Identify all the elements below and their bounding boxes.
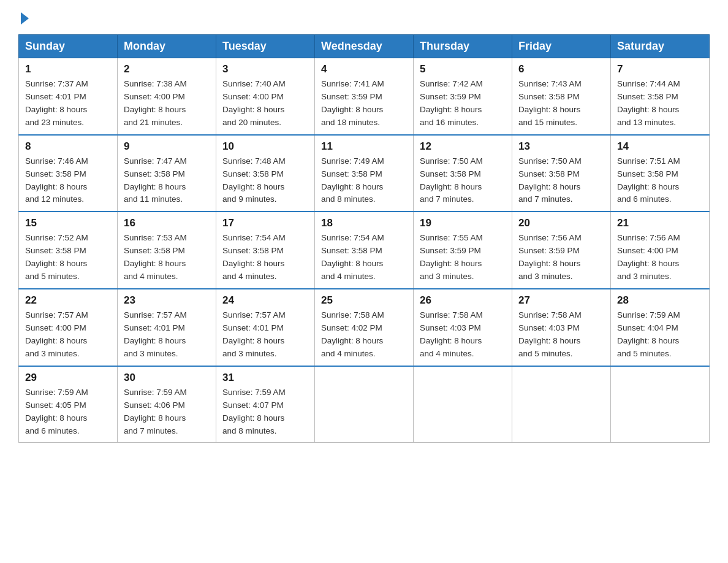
- page-header: [18, 12, 710, 22]
- day-info: Sunrise: 7:38 AMSunset: 4:00 PMDaylight:…: [124, 78, 210, 129]
- day-info: Sunrise: 7:46 AMSunset: 3:58 PMDaylight:…: [25, 155, 111, 207]
- day-info: Sunrise: 7:40 AMSunset: 4:00 PMDaylight:…: [222, 78, 308, 129]
- calendar-cell: 8Sunrise: 7:46 AMSunset: 3:58 PMDaylight…: [19, 135, 118, 212]
- day-number: 19: [420, 217, 506, 229]
- day-number: 23: [124, 294, 210, 307]
- logo-arrow-icon: [21, 12, 29, 25]
- day-info: Sunrise: 7:54 AMSunset: 3:58 PMDaylight:…: [321, 232, 407, 283]
- day-number: 22: [25, 294, 111, 307]
- day-info: Sunrise: 7:56 AMSunset: 4:00 PMDaylight:…: [617, 232, 703, 283]
- day-number: 7: [617, 63, 703, 75]
- calendar-table: SundayMondayTuesdayWednesdayThursdayFrid…: [18, 34, 710, 443]
- calendar-week-row: 29Sunrise: 7:59 AMSunset: 4:05 PMDayligh…: [19, 366, 710, 443]
- day-number: 6: [518, 63, 604, 75]
- calendar-cell: 4Sunrise: 7:41 AMSunset: 3:59 PMDaylight…: [315, 58, 414, 135]
- calendar-cell: [315, 366, 414, 443]
- calendar-day-header: Thursday: [414, 35, 512, 58]
- calendar-cell: 30Sunrise: 7:59 AMSunset: 4:06 PMDayligh…: [118, 366, 216, 443]
- day-number: 9: [124, 140, 210, 153]
- day-info: Sunrise: 7:47 AMSunset: 3:58 PMDaylight:…: [124, 155, 210, 207]
- day-number: 3: [222, 63, 308, 75]
- calendar-cell: 26Sunrise: 7:58 AMSunset: 4:03 PMDayligh…: [414, 289, 512, 366]
- calendar-cell: 22Sunrise: 7:57 AMSunset: 4:00 PMDayligh…: [19, 289, 118, 366]
- calendar-cell: 24Sunrise: 7:57 AMSunset: 4:01 PMDayligh…: [216, 289, 315, 366]
- day-info: Sunrise: 7:59 AMSunset: 4:05 PMDaylight:…: [25, 386, 111, 438]
- calendar-cell: 17Sunrise: 7:54 AMSunset: 3:58 PMDayligh…: [216, 212, 315, 289]
- logo: [18, 12, 29, 22]
- day-number: 12: [420, 140, 506, 153]
- calendar-cell: 15Sunrise: 7:52 AMSunset: 3:58 PMDayligh…: [19, 212, 118, 289]
- day-number: 13: [518, 140, 604, 153]
- calendar-cell: 9Sunrise: 7:47 AMSunset: 3:58 PMDaylight…: [118, 135, 216, 212]
- day-info: Sunrise: 7:52 AMSunset: 3:58 PMDaylight:…: [25, 232, 111, 283]
- day-number: 11: [321, 140, 407, 153]
- calendar-cell: 27Sunrise: 7:58 AMSunset: 4:03 PMDayligh…: [512, 289, 611, 366]
- day-info: Sunrise: 7:59 AMSunset: 4:06 PMDaylight:…: [124, 386, 210, 438]
- day-info: Sunrise: 7:59 AMSunset: 4:04 PMDaylight:…: [617, 309, 703, 361]
- calendar-cell: [611, 366, 710, 443]
- calendar-day-header: Tuesday: [216, 35, 315, 58]
- day-number: 10: [222, 140, 308, 153]
- day-number: 26: [420, 294, 506, 307]
- calendar-cell: [512, 366, 611, 443]
- day-number: 28: [617, 294, 703, 307]
- day-info: Sunrise: 7:44 AMSunset: 3:58 PMDaylight:…: [617, 78, 703, 129]
- day-number: 17: [222, 217, 308, 229]
- calendar-cell: 5Sunrise: 7:42 AMSunset: 3:59 PMDaylight…: [414, 58, 512, 135]
- day-number: 16: [124, 217, 210, 229]
- calendar-cell: 23Sunrise: 7:57 AMSunset: 4:01 PMDayligh…: [118, 289, 216, 366]
- calendar-cell: 21Sunrise: 7:56 AMSunset: 4:00 PMDayligh…: [611, 212, 710, 289]
- calendar-cell: 25Sunrise: 7:58 AMSunset: 4:02 PMDayligh…: [315, 289, 414, 366]
- day-number: 8: [25, 140, 111, 153]
- calendar-cell: 14Sunrise: 7:51 AMSunset: 3:58 PMDayligh…: [611, 135, 710, 212]
- calendar-header-row: SundayMondayTuesdayWednesdayThursdayFrid…: [19, 35, 710, 58]
- day-info: Sunrise: 7:43 AMSunset: 3:58 PMDaylight:…: [518, 78, 604, 129]
- day-info: Sunrise: 7:53 AMSunset: 3:58 PMDaylight:…: [124, 232, 210, 283]
- day-info: Sunrise: 7:50 AMSunset: 3:58 PMDaylight:…: [420, 155, 506, 207]
- day-number: 18: [321, 217, 407, 229]
- day-number: 25: [321, 294, 407, 307]
- day-info: Sunrise: 7:58 AMSunset: 4:03 PMDaylight:…: [518, 309, 604, 361]
- day-info: Sunrise: 7:50 AMSunset: 3:58 PMDaylight:…: [518, 155, 604, 207]
- calendar-cell: 28Sunrise: 7:59 AMSunset: 4:04 PMDayligh…: [611, 289, 710, 366]
- calendar-cell: 3Sunrise: 7:40 AMSunset: 4:00 PMDaylight…: [216, 58, 315, 135]
- day-number: 30: [124, 372, 210, 384]
- day-number: 24: [222, 294, 308, 307]
- calendar-week-row: 15Sunrise: 7:52 AMSunset: 3:58 PMDayligh…: [19, 212, 710, 289]
- calendar-cell: 13Sunrise: 7:50 AMSunset: 3:58 PMDayligh…: [512, 135, 611, 212]
- day-info: Sunrise: 7:42 AMSunset: 3:59 PMDaylight:…: [420, 78, 506, 129]
- day-number: 29: [25, 372, 111, 384]
- calendar-cell: 18Sunrise: 7:54 AMSunset: 3:58 PMDayligh…: [315, 212, 414, 289]
- day-info: Sunrise: 7:48 AMSunset: 3:58 PMDaylight:…: [222, 155, 308, 207]
- calendar-cell: 31Sunrise: 7:59 AMSunset: 4:07 PMDayligh…: [216, 366, 315, 443]
- day-number: 27: [518, 294, 604, 307]
- calendar-cell: 19Sunrise: 7:55 AMSunset: 3:59 PMDayligh…: [414, 212, 512, 289]
- day-info: Sunrise: 7:57 AMSunset: 4:01 PMDaylight:…: [222, 309, 308, 361]
- calendar-cell: 16Sunrise: 7:53 AMSunset: 3:58 PMDayligh…: [118, 212, 216, 289]
- calendar-day-header: Friday: [512, 35, 611, 58]
- day-info: Sunrise: 7:51 AMSunset: 3:58 PMDaylight:…: [617, 155, 703, 207]
- calendar-cell: 1Sunrise: 7:37 AMSunset: 4:01 PMDaylight…: [19, 58, 118, 135]
- calendar-cell: [414, 366, 512, 443]
- day-number: 5: [420, 63, 506, 75]
- day-info: Sunrise: 7:56 AMSunset: 3:59 PMDaylight:…: [518, 232, 604, 283]
- calendar-cell: 10Sunrise: 7:48 AMSunset: 3:58 PMDayligh…: [216, 135, 315, 212]
- day-info: Sunrise: 7:58 AMSunset: 4:03 PMDaylight:…: [420, 309, 506, 361]
- day-number: 15: [25, 217, 111, 229]
- day-info: Sunrise: 7:37 AMSunset: 4:01 PMDaylight:…: [25, 78, 111, 129]
- day-info: Sunrise: 7:58 AMSunset: 4:02 PMDaylight:…: [321, 309, 407, 361]
- day-info: Sunrise: 7:57 AMSunset: 4:01 PMDaylight:…: [124, 309, 210, 361]
- calendar-day-header: Wednesday: [315, 35, 414, 58]
- calendar-cell: 6Sunrise: 7:43 AMSunset: 3:58 PMDaylight…: [512, 58, 611, 135]
- calendar-cell: 7Sunrise: 7:44 AMSunset: 3:58 PMDaylight…: [611, 58, 710, 135]
- calendar-day-header: Sunday: [19, 35, 118, 58]
- day-info: Sunrise: 7:54 AMSunset: 3:58 PMDaylight:…: [222, 232, 308, 283]
- calendar-week-row: 8Sunrise: 7:46 AMSunset: 3:58 PMDaylight…: [19, 135, 710, 212]
- day-info: Sunrise: 7:49 AMSunset: 3:58 PMDaylight:…: [321, 155, 407, 207]
- calendar-week-row: 22Sunrise: 7:57 AMSunset: 4:00 PMDayligh…: [19, 289, 710, 366]
- calendar-cell: 12Sunrise: 7:50 AMSunset: 3:58 PMDayligh…: [414, 135, 512, 212]
- day-number: 20: [518, 217, 604, 229]
- calendar-cell: 29Sunrise: 7:59 AMSunset: 4:05 PMDayligh…: [19, 366, 118, 443]
- day-info: Sunrise: 7:41 AMSunset: 3:59 PMDaylight:…: [321, 78, 407, 129]
- day-number: 2: [124, 63, 210, 75]
